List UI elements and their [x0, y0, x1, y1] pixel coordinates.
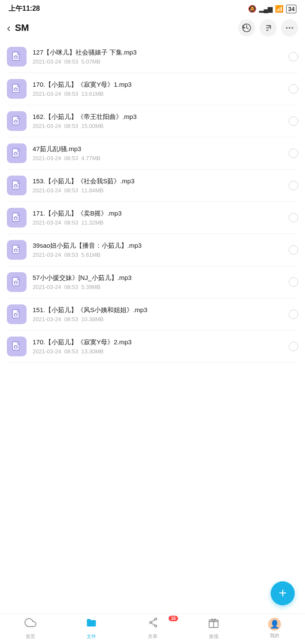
file-select-circle[interactable] [289, 245, 298, 255]
file-select-circle[interactable] [289, 116, 298, 126]
file-meta: 2021-03-24 08:53 4.77MB [33, 155, 284, 161]
tab-files-label: 文件 [87, 633, 96, 640]
file-icon [7, 208, 27, 228]
file-meta: 2021-03-24 08:53 15.00MB [33, 123, 284, 129]
folder-icon [85, 617, 97, 632]
file-meta: 2021-03-24 08:53 11.32MB [33, 219, 284, 226]
file-info: 151.【小茹儿】《风S小姨和姐姐》.mp3 2021-03-24 08:53 … [33, 306, 284, 322]
nav-left: ‹ SM [7, 21, 29, 35]
file-select-circle[interactable] [289, 213, 298, 222]
file-name: 162.【小茹儿】《帝王壮阳曲》.mp3 [33, 113, 284, 121]
file-name: 39sao妞小茹儿【播音：小茹儿】.mp3 [33, 242, 284, 250]
svg-point-5 [289, 27, 290, 29]
status-icons: 🔕 ▂▄▆ 📶 34 [248, 5, 296, 13]
list-item[interactable]: 162.【小茹儿】《帝王壮阳曲》.mp3 2021-03-24 08:53 15… [7, 105, 298, 137]
history-button[interactable] [238, 19, 255, 36]
file-select-circle[interactable] [289, 84, 298, 94]
file-name: 47茹儿乱l骚.mp3 [33, 145, 284, 153]
file-name: 153.【小茹儿】《社会我S茹》.mp3 [33, 177, 284, 185]
tab-discover[interactable]: 发现 [183, 617, 244, 640]
list-item[interactable]: 170.【小茹儿】《寂寞Y母》2.mp3 2021-03-24 08:53 13… [7, 331, 298, 363]
svg-rect-14 [16, 89, 17, 91]
file-meta: 2021-03-24 08:53 11.84MB [33, 187, 284, 194]
svg-rect-46 [16, 347, 17, 348]
svg-point-49 [154, 625, 157, 627]
file-info: 170.【小茹儿】《寂寞Y母》1.mp3 2021-03-24 08:53 13… [33, 81, 284, 97]
file-icon [7, 47, 27, 67]
file-meta: 2021-03-24 08:53 13.30MB [33, 348, 284, 355]
file-meta: 2021-03-24 08:53 5.07MB [33, 58, 284, 65]
svg-rect-29 [14, 218, 15, 219]
list-item[interactable]: 47茹儿乱l骚.mp3 2021-03-24 08:53 4.77MB [7, 137, 298, 170]
svg-rect-37 [14, 283, 15, 284]
back-button[interactable]: ‹ [7, 21, 11, 35]
status-bar: 上午11:28 🔕 ▂▄▆ 📶 34 [0, 0, 305, 16]
file-icon [7, 337, 27, 356]
svg-rect-41 [14, 315, 15, 316]
file-info: 162.【小茹儿】《帝王壮阳曲》.mp3 2021-03-24 08:53 15… [33, 113, 284, 129]
more-button[interactable] [281, 19, 298, 36]
svg-rect-26 [16, 186, 17, 187]
tab-home[interactable]: 首页 [0, 617, 61, 640]
list-item[interactable]: 57小小援交妹》[NJ_小茹儿】.mp3 2021-03-24 08:53 5.… [7, 266, 298, 298]
file-name: 171.【小茹儿】《卖B摇》.mp3 [33, 210, 284, 218]
list-item[interactable]: 171.【小茹儿】《卖B摇》.mp3 2021-03-24 08:53 11.3… [7, 202, 298, 234]
add-fab-button[interactable]: + [271, 581, 295, 605]
svg-rect-17 [14, 122, 15, 123]
file-list: 127【小咪儿】社会骚婊子 下集.mp3 2021-03-24 08:53 5.… [0, 41, 305, 614]
file-name: 151.【小茹儿】《风S小姨和姐姐》.mp3 [33, 306, 284, 314]
svg-point-48 [154, 618, 157, 620]
avatar: 👤 [268, 618, 281, 631]
svg-rect-45 [14, 347, 15, 348]
file-info: 127【小咪儿】社会骚婊子 下集.mp3 2021-03-24 08:53 5.… [33, 49, 284, 65]
file-select-circle[interactable] [289, 277, 298, 287]
svg-line-50 [151, 620, 154, 622]
file-info: 171.【小茹儿】《卖B摇》.mp3 2021-03-24 08:53 11.3… [33, 210, 284, 226]
svg-rect-22 [16, 154, 17, 155]
tab-files[interactable]: 文件 [61, 617, 122, 640]
sort-button[interactable] [260, 19, 277, 36]
nav-right [238, 19, 298, 36]
file-select-circle[interactable] [289, 149, 298, 158]
svg-rect-10 [16, 57, 17, 58]
tab-mine[interactable]: 👤 我的 [244, 617, 305, 640]
list-item[interactable]: 127【小咪儿】社会骚婊子 下集.mp3 2021-03-24 08:53 5.… [7, 41, 298, 73]
svg-rect-9 [14, 57, 15, 58]
file-select-circle[interactable] [289, 310, 298, 319]
tab-share-label: 共享 [148, 633, 157, 640]
file-info: 39sao妞小茹儿【播音：小茹儿】.mp3 2021-03-24 08:53 5… [33, 242, 284, 258]
status-time: 上午11:28 [9, 4, 40, 13]
share-icon [147, 617, 159, 632]
file-name: 127【小咪儿】社会骚婊子 下集.mp3 [33, 49, 284, 57]
file-icon [7, 143, 27, 163]
file-icon [7, 240, 27, 260]
svg-point-4 [286, 27, 288, 29]
file-info: 57小小援交妹》[NJ_小茹儿】.mp3 2021-03-24 08:53 5.… [33, 274, 284, 290]
list-item[interactable]: 151.【小茹儿】《风S小姨和姐姐》.mp3 2021-03-24 08:53 … [7, 298, 298, 331]
list-item[interactable]: 170.【小茹儿】《寂寞Y母》1.mp3 2021-03-24 08:53 13… [7, 73, 298, 105]
file-info: 170.【小茹儿】《寂寞Y母》2.mp3 2021-03-24 08:53 13… [33, 338, 284, 355]
file-icon [7, 304, 27, 324]
file-select-circle[interactable] [289, 181, 298, 190]
add-icon: + [279, 586, 287, 600]
tab-home-label: 首页 [26, 633, 35, 640]
svg-rect-30 [16, 218, 17, 219]
tab-share[interactable]: 16 共享 [122, 617, 183, 640]
file-select-circle[interactable] [289, 342, 298, 351]
file-icon [7, 176, 27, 195]
svg-point-47 [150, 622, 152, 624]
svg-rect-38 [16, 283, 17, 284]
svg-rect-42 [16, 315, 17, 316]
svg-point-6 [292, 27, 293, 29]
svg-rect-33 [14, 250, 15, 252]
file-info: 153.【小茹儿】《社会我S茹》.mp3 2021-03-24 08:53 11… [33, 177, 284, 194]
svg-rect-25 [14, 186, 15, 187]
list-item[interactable]: 153.【小茹儿】《社会我S茹》.mp3 2021-03-24 08:53 11… [7, 170, 298, 202]
file-select-circle[interactable] [289, 52, 298, 61]
file-meta: 2021-03-24 08:53 10.38MB [33, 316, 284, 322]
file-name: 170.【小茹儿】《寂寞Y母》1.mp3 [33, 81, 284, 89]
list-item[interactable]: 39sao妞小茹儿【播音：小茹儿】.mp3 2021-03-24 08:53 5… [7, 234, 298, 266]
battery-icon: 34 [286, 5, 296, 13]
tab-mine-label: 我的 [270, 632, 279, 639]
file-icon [7, 111, 27, 131]
